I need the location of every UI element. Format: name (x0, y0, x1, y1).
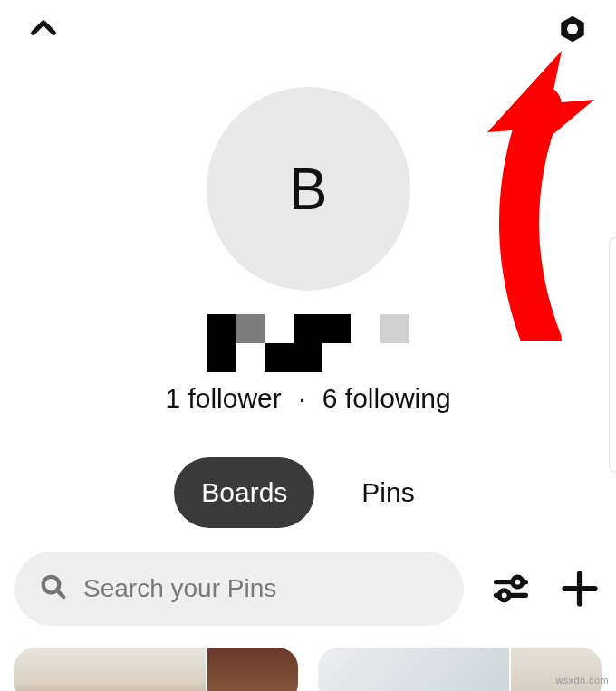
search-icon (40, 573, 67, 604)
tab-pins[interactable]: Pins (334, 457, 441, 528)
edge-handle (609, 237, 616, 473)
board-cover-image (318, 648, 509, 691)
stats-separator: · (298, 383, 305, 413)
filter-button[interactable] (489, 567, 533, 610)
settings-button[interactable] (556, 13, 589, 45)
following-link[interactable]: 6 following (322, 383, 451, 413)
plus-icon (560, 569, 600, 609)
tabs-row: Boards Pins (0, 457, 616, 528)
board-thumb-image (207, 648, 298, 691)
search-input[interactable] (83, 574, 438, 603)
sliders-icon (491, 569, 531, 609)
svg-point-1 (567, 24, 578, 34)
avatar-initial: B (289, 156, 328, 223)
username-row (0, 314, 616, 372)
svg-point-7 (499, 590, 509, 600)
avatar-container: B (0, 87, 616, 291)
board-card[interactable] (14, 648, 298, 691)
chevron-up-icon[interactable] (27, 13, 60, 45)
svg-point-5 (513, 577, 523, 587)
board-cover-image (14, 648, 206, 691)
add-button[interactable] (558, 567, 602, 610)
username-redacted (207, 314, 409, 372)
top-bar (0, 0, 616, 51)
tab-boards[interactable]: Boards (174, 457, 314, 528)
search-box[interactable] (14, 552, 464, 626)
boards-grid (14, 648, 602, 691)
stats-row: 1 follower · 6 following (0, 383, 616, 414)
followers-link[interactable]: 1 follower (165, 383, 281, 413)
search-row (14, 552, 602, 626)
avatar[interactable]: B (207, 87, 410, 291)
svg-line-3 (57, 590, 63, 597)
watermark: wsxdn.com (555, 675, 609, 686)
